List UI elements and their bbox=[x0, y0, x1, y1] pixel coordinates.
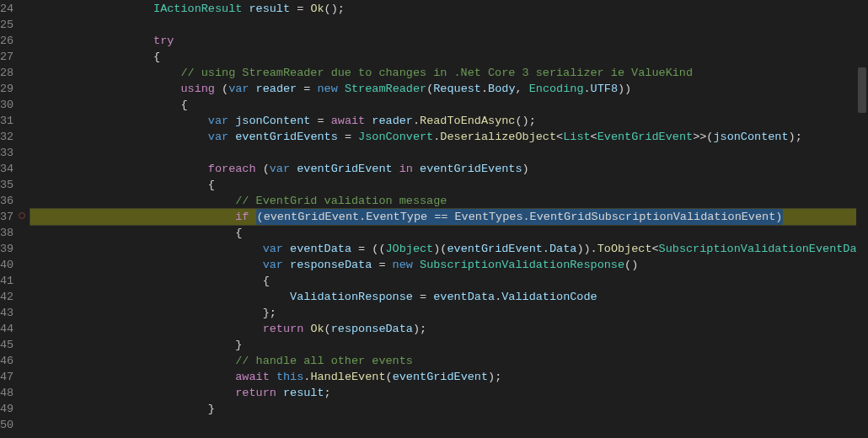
code-line[interactable]: } bbox=[30, 337, 868, 353]
code-line[interactable]: foreach (var eventGridEvent in eventGrid… bbox=[30, 161, 868, 177]
line-number: 50 bbox=[0, 417, 13, 433]
line-number: 45 bbox=[0, 337, 13, 353]
code-line[interactable]: var eventGridEvents = JsonConvert.Deseri… bbox=[30, 129, 868, 145]
code-line[interactable]: { bbox=[30, 49, 868, 65]
line-number: 37 bbox=[0, 209, 13, 225]
code-line[interactable]: { bbox=[30, 273, 868, 289]
code-editor[interactable]: 2425262728293031323334353637383940414243… bbox=[0, 0, 868, 433]
code-line[interactable] bbox=[30, 417, 868, 433]
scrollbar-thumb[interactable] bbox=[858, 67, 866, 113]
code-line[interactable] bbox=[30, 17, 868, 33]
line-number: 46 bbox=[0, 353, 13, 369]
line-number: 25 bbox=[0, 17, 13, 33]
line-number: 49 bbox=[0, 401, 13, 417]
line-number: 48 bbox=[0, 385, 13, 401]
line-number: 42 bbox=[0, 289, 13, 305]
line-number: 43 bbox=[0, 305, 13, 321]
code-line[interactable]: ValidationResponse = eventData.Validatio… bbox=[30, 289, 868, 305]
code-line[interactable]: try bbox=[30, 33, 868, 49]
code-line[interactable]: // using StreamReader due to changes in … bbox=[30, 65, 868, 81]
code-line[interactable]: await this.HandleEvent(eventGridEvent); bbox=[30, 369, 868, 385]
code-line[interactable]: var responseData = new SubscriptionValid… bbox=[30, 257, 868, 273]
code-line[interactable]: using (var reader = new StreamReader(Req… bbox=[30, 81, 868, 97]
line-number: 24 bbox=[0, 1, 13, 17]
line-number: 31 bbox=[0, 113, 13, 129]
line-number: 40 bbox=[0, 257, 13, 273]
line-number: 41 bbox=[0, 273, 13, 289]
code-line[interactable]: }; bbox=[30, 305, 868, 321]
code-content[interactable]: IActionResult result = Ok(); try { // us… bbox=[30, 0, 868, 433]
line-number: 32 bbox=[0, 129, 13, 145]
line-number-gutter: 2425262728293031323334353637383940414243… bbox=[0, 0, 30, 433]
vertical-scrollbar[interactable] bbox=[856, 0, 868, 438]
line-number: 26 bbox=[0, 33, 13, 49]
line-number: 34 bbox=[0, 161, 13, 177]
code-line[interactable]: { bbox=[30, 177, 868, 193]
line-number: 27 bbox=[0, 49, 13, 65]
code-line[interactable]: var jsonContent = await reader.ReadToEnd… bbox=[30, 113, 868, 129]
line-number: 44 bbox=[0, 321, 13, 337]
line-number: 28 bbox=[0, 65, 13, 81]
code-line[interactable]: var eventData = ((JObject)(eventGridEven… bbox=[30, 241, 868, 257]
code-line[interactable]: if (eventGridEvent.EventType == EventTyp… bbox=[30, 209, 868, 225]
code-line[interactable]: return Ok(responseData); bbox=[30, 321, 868, 337]
line-number: 38 bbox=[0, 225, 13, 241]
code-line[interactable]: } bbox=[30, 401, 868, 417]
code-line[interactable]: IActionResult result = Ok(); bbox=[30, 1, 868, 17]
code-line[interactable]: { bbox=[30, 225, 868, 241]
line-number: 47 bbox=[0, 369, 13, 385]
line-number: 30 bbox=[0, 97, 13, 113]
code-line[interactable]: // handle all other events bbox=[30, 353, 868, 369]
line-number: 29 bbox=[0, 81, 13, 97]
line-number: 33 bbox=[0, 145, 13, 161]
line-number: 36 bbox=[0, 193, 13, 209]
code-line[interactable]: return result; bbox=[30, 385, 868, 401]
line-number: 39 bbox=[0, 241, 13, 257]
line-number: 35 bbox=[0, 177, 13, 193]
code-line[interactable]: // EventGrid validation message bbox=[30, 193, 868, 209]
code-line[interactable]: { bbox=[30, 97, 868, 113]
code-line[interactable] bbox=[30, 145, 868, 161]
